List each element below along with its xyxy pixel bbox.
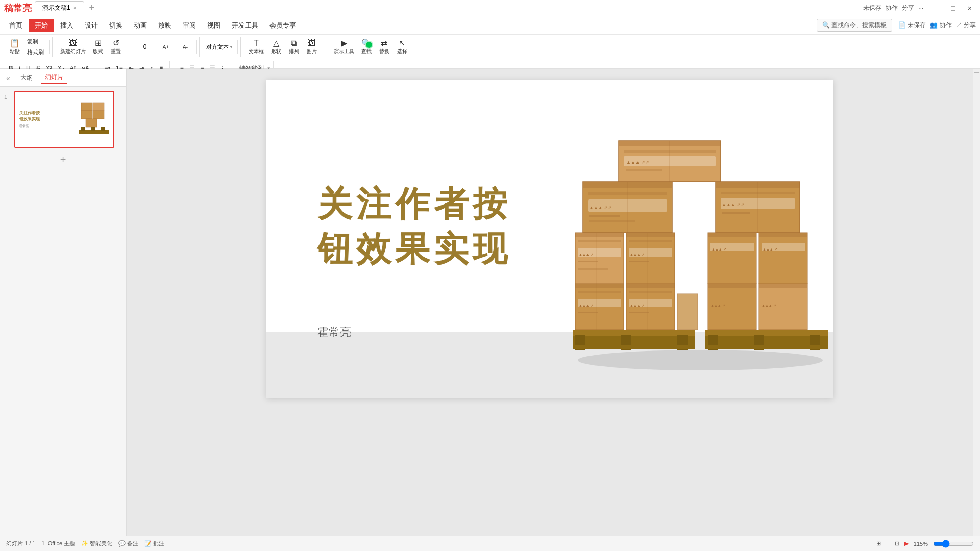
menu-start-active[interactable]: 开始 xyxy=(29,19,54,32)
share-btn[interactable]: 分享 xyxy=(902,4,914,12)
format-paint-btn[interactable]: 格式刷 xyxy=(24,47,47,57)
svg-rect-31 xyxy=(629,291,672,293)
panel-collapse-btn[interactable]: « xyxy=(4,74,12,82)
slides-list: 1 关注作者按钮效果实现 霍常亮 xyxy=(0,87,126,536)
title-line-2: 钮效果实现 xyxy=(317,230,511,268)
font-increase-btn[interactable]: A+ xyxy=(157,43,175,51)
svg-rect-59 xyxy=(589,220,635,222)
new-slide-icon: 🖼 xyxy=(69,39,77,47)
svg-rect-30 xyxy=(626,284,675,288)
slide-author[interactable]: 霍常亮 xyxy=(317,324,351,340)
minimize-btn[interactable]: — xyxy=(927,3,943,13)
more-options-btn[interactable]: ··· xyxy=(918,5,923,12)
view-sorter-btn[interactable]: ⊡ xyxy=(895,540,899,547)
slide-item-1[interactable]: 1 关注作者按钮效果实现 霍常亮 xyxy=(4,91,122,148)
find-btn[interactable]: 🔍 查找 xyxy=(358,38,375,56)
present-group: ▶ 演示工具 🔍 查找 ⇄ 替换 ↖ 选择 xyxy=(329,40,413,54)
present-btn[interactable]: ▶ xyxy=(904,540,909,547)
select-btn[interactable]: ↖ 选择 xyxy=(394,38,411,56)
canvas-area[interactable]: 关注作者按 钮效果实现 霍常亮 xyxy=(127,69,973,536)
menu-review[interactable]: 审阅 xyxy=(178,19,201,32)
thumb-title-text: 关注作者按钮效果实现 xyxy=(19,110,79,121)
svg-rect-80 xyxy=(722,212,750,214)
add-slide-btn[interactable]: + xyxy=(56,152,71,167)
menu-design[interactable]: 设计 xyxy=(80,19,103,32)
arrange-btn[interactable]: ⧉ 排列 xyxy=(285,38,303,56)
document-tab[interactable]: 演示文稿1 × xyxy=(35,1,84,15)
batch-comment-btn[interactable]: 📝 批注 xyxy=(144,540,164,547)
svg-rect-43 xyxy=(578,261,598,262)
menu-share[interactable]: ↗ 分享 xyxy=(956,21,976,30)
font-size-input[interactable] xyxy=(135,42,155,52)
reset-label: 重置 xyxy=(111,48,121,55)
svg-rect-64 xyxy=(759,284,807,288)
text-align-btn[interactable]: 对齐文本 ▼ xyxy=(204,42,235,52)
view-outline-btn[interactable]: ≡ xyxy=(886,541,889,547)
present-tools-btn[interactable]: ▶ 演示工具 xyxy=(331,38,357,56)
replace-label: 替换 xyxy=(379,48,389,55)
reset-btn[interactable]: ↺ 重置 xyxy=(107,38,125,56)
menu-homepage[interactable]: 首页 xyxy=(4,19,28,32)
svg-rect-71 xyxy=(759,233,807,237)
menu-developer[interactable]: 开发工具 xyxy=(227,19,263,32)
svg-rect-24 xyxy=(578,291,621,293)
right-panel-handle[interactable]: │ xyxy=(974,71,979,74)
font-decrease-icon: A- xyxy=(183,44,188,50)
title-line-1: 关注作者按 xyxy=(317,185,511,223)
find-label: 查找 xyxy=(361,48,372,55)
svg-rect-75 xyxy=(716,182,800,188)
menu-view[interactable]: 视图 xyxy=(202,19,226,32)
tab-outline[interactable]: 大纲 xyxy=(16,72,37,84)
slide-canvas[interactable]: 关注作者按 钮效果实现 霍常亮 xyxy=(266,80,833,398)
titlebar-right: 未保存 协作 分享 ··· — □ × xyxy=(863,3,976,13)
copy-btn[interactable]: 复制 xyxy=(24,37,47,46)
tab-close-btn[interactable]: × xyxy=(74,5,77,11)
zoom-slider[interactable] xyxy=(933,541,974,547)
menu-transitions[interactable]: 切换 xyxy=(104,19,128,32)
thumb-author-text: 霍常亮 xyxy=(19,124,79,129)
present-label: 演示工具 xyxy=(334,48,354,55)
maximize-btn[interactable]: □ xyxy=(947,3,959,13)
svg-rect-1 xyxy=(81,111,92,119)
replace-btn[interactable]: ⇄ 替换 xyxy=(376,38,393,56)
svg-rect-10 xyxy=(573,335,695,345)
new-slide-btn[interactable]: 🖼 新建幻灯片 xyxy=(57,38,89,56)
left-panel: « 大纲 幻灯片 1 关注作者按钮效果实现 霍常亮 xyxy=(0,69,127,536)
font-decrease-btn[interactable]: A- xyxy=(177,43,194,51)
close-btn[interactable]: × xyxy=(964,3,976,13)
slide-thumbnail-1[interactable]: 关注作者按钮效果实现 霍常亮 xyxy=(14,91,114,148)
unsaved-btn[interactable]: 未保存 xyxy=(863,4,881,12)
menu-insert[interactable]: 插入 xyxy=(55,19,79,32)
svg-rect-4 xyxy=(86,119,97,127)
svg-rect-54 xyxy=(588,192,667,195)
menu-animations[interactable]: 动画 xyxy=(129,19,152,32)
picture-effect-btn[interactable]: 🖼 图片 xyxy=(303,38,321,56)
svg-rect-35 xyxy=(629,312,649,313)
view-normal-btn[interactable]: ⊞ xyxy=(876,540,881,547)
smart-beauty-btn[interactable]: ✨ 智能美化 xyxy=(81,540,112,547)
slide-main-title[interactable]: 关注作者按 钮效果实现 xyxy=(317,182,511,272)
font-increase-icon: A+ xyxy=(163,44,169,50)
comments-btn[interactable]: 💬 备注 xyxy=(118,540,138,547)
picture-effect-icon: 🖼 xyxy=(308,39,316,47)
thumb-boxes-img xyxy=(79,102,109,137)
svg-rect-47 xyxy=(629,240,672,242)
menu-collab[interactable]: 👥 协作 xyxy=(930,21,951,30)
tab-slides[interactable]: 幻灯片 xyxy=(41,71,67,84)
menu-unsaved[interactable]: 📄 未保存 xyxy=(898,21,926,30)
layout-btn[interactable]: ⊞ 版式 xyxy=(89,38,107,56)
menu-member[interactable]: 会员专享 xyxy=(264,19,301,32)
svg-rect-38 xyxy=(575,233,624,237)
svg-rect-3 xyxy=(93,111,104,119)
status-bar: 幻灯片 1 / 1 1_Office 主题 ✨ 智能美化 💬 备注 📝 批注 ⊞… xyxy=(0,536,980,551)
menu-slideshow[interactable]: 放映 xyxy=(153,19,177,32)
slide-thumb-content: 关注作者按钮效果实现 霍常亮 xyxy=(15,92,113,147)
collab-btn[interactable]: 协作 xyxy=(886,4,898,12)
menu-search-box[interactable]: 🔍 查找命令、搜索模板 xyxy=(817,19,892,32)
statusbar-right: ⊞ ≡ ⊡ ▶ 115% xyxy=(876,540,974,547)
new-tab-btn[interactable]: + xyxy=(87,3,97,13)
paste-btn[interactable]: 📋 粘贴 xyxy=(6,38,23,56)
svg-rect-15 xyxy=(573,345,695,349)
shape-btn[interactable]: △ 形状 xyxy=(267,38,285,56)
textbox-btn[interactable]: T 文本框 xyxy=(246,38,267,56)
